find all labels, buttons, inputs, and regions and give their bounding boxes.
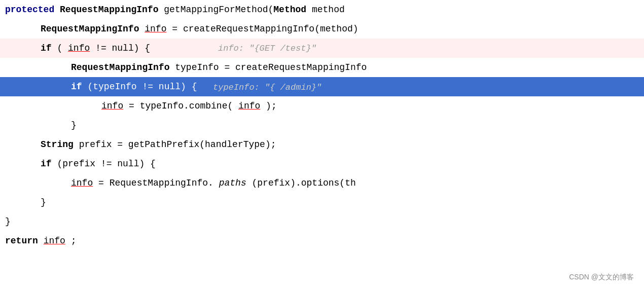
line7-content: } <box>71 116 77 135</box>
line12-content: } <box>5 212 11 231</box>
code-line-3: if ( info != null) { info: "{GET /test}" <box>0 39 644 58</box>
line3-content: if ( info != null) { <box>41 39 150 58</box>
code-line-1: protected RequestMappingInfo getMappingF… <box>0 0 644 19</box>
code-line-9: if (prefix != null) { <box>0 154 644 173</box>
code-line-10: info = RequestMappingInfo. paths (prefix… <box>0 173 644 193</box>
line5-content: if (typeInfo != null) { <box>71 77 197 96</box>
watermark-text: CSDN @文文的博客 <box>569 273 634 281</box>
code-line-12: } <box>0 212 644 231</box>
code-line-13: return info ; <box>0 231 644 250</box>
watermark: CSDN @文文的博客 <box>569 273 634 282</box>
line4-content: RequestMappingInfo typeInfo = createRequ… <box>71 58 367 77</box>
code-line-8: String prefix = getPathPrefix(handlerTyp… <box>0 135 644 154</box>
code-line-4: RequestMappingInfo typeInfo = createRequ… <box>0 58 644 77</box>
line13-content: return info ; <box>5 231 76 250</box>
code-editor: protected RequestMappingInfo getMappingF… <box>0 0 644 288</box>
line6-content: info = typeInfo.combine( info ); <box>101 96 277 116</box>
line1-content: protected RequestMappingInfo getMappingF… <box>5 0 345 19</box>
code-line-7: } <box>0 116 644 135</box>
code-line-5: if (typeInfo != null) { typeInfo: "{ /ad… <box>0 77 644 96</box>
tooltip-info: info: "{GET /test}" <box>218 39 316 60</box>
code-line-11: } <box>0 193 644 212</box>
code-line-2: RequestMappingInfo info = createRequestM… <box>0 19 644 39</box>
line9-content: if (prefix != null) { <box>41 154 156 173</box>
code-line-6: info = typeInfo.combine( info ); <box>0 96 644 116</box>
line2-content: RequestMappingInfo info = createRequestM… <box>41 19 359 39</box>
line8-content: String prefix = getPathPrefix(handlerTyp… <box>41 135 276 154</box>
line10-content: info = RequestMappingInfo. paths (prefix… <box>71 173 356 193</box>
tooltip-typeinfo: typeInfo: "{ /admin}" <box>213 78 321 99</box>
line11-content: } <box>41 193 46 212</box>
